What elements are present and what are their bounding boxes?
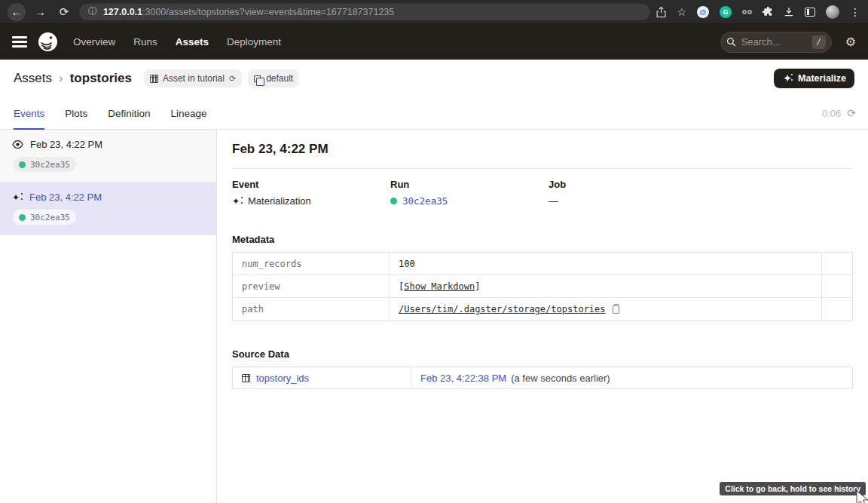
- browser-toolbar: ← → ⟳ ⓘ 127.0.0.1:3000/assets/topstories…: [0, 0, 868, 24]
- job-column-label: Job: [549, 179, 707, 190]
- settings-gear-icon[interactable]: ⚙: [845, 35, 856, 49]
- back-button-tooltip: Click to go back, hold to see history: [720, 482, 866, 495]
- event-timestamp: Feb 23, 4:22 PM: [29, 192, 102, 203]
- refresh-status: 0:06 ⟳: [822, 107, 856, 119]
- run-id-link[interactable]: 30c2ea35: [402, 195, 448, 207]
- grammarly-extension-icon[interactable]: G: [720, 6, 732, 18]
- extensions-puzzle-icon[interactable]: [763, 7, 773, 17]
- bookmark-star-icon[interactable]: ☆: [677, 6, 686, 18]
- tab-lineage[interactable]: Lineage: [171, 97, 207, 129]
- mouse-cursor: [854, 490, 868, 503]
- nav-item-runs[interactable]: Runs: [133, 36, 157, 48]
- tab-plots[interactable]: Plots: [65, 97, 87, 129]
- metadata-section-label: Metadata: [232, 234, 853, 245]
- divider: [232, 168, 853, 169]
- metadata-key: preview: [233, 275, 390, 297]
- event-list-sidebar: Feb 23, 4:22 PM 30c2ea35 ✦ Feb 23, 4:22 …: [0, 130, 217, 503]
- metadata-row-preview: preview [ Show Markdown ]: [233, 275, 852, 298]
- path-link[interactable]: /Users/tim/.dagster/storage/topstories: [399, 304, 606, 314]
- url-text: 127.0.0.1:3000/assets/topstories?view=ev…: [103, 7, 394, 17]
- metadata-key: num_records: [233, 253, 390, 275]
- breadcrumb-separator: ›: [59, 71, 63, 86]
- run-column-label: Run: [390, 179, 549, 190]
- asset-group-badge-label: Asset in tutorial: [163, 73, 225, 84]
- nav-item-assets[interactable]: Assets: [176, 36, 209, 48]
- tab-definition[interactable]: Definition: [108, 97, 150, 129]
- breadcrumb-asset-name: topstories: [70, 71, 132, 86]
- profile-avatar[interactable]: [826, 5, 839, 19]
- goggles-extension-icon[interactable]: [742, 10, 752, 14]
- asset-grid-icon: [150, 75, 158, 83]
- dagster-logo[interactable]: [38, 32, 58, 52]
- nav-item-overview[interactable]: Overview: [73, 36, 115, 48]
- bracket-close: ]: [475, 281, 480, 292]
- run-id-label: 30c2ea35: [30, 213, 70, 222]
- refresh-icon[interactable]: ⟳: [847, 107, 856, 119]
- search-shortcut-chip: /: [812, 35, 826, 49]
- breadcrumb-assets-link[interactable]: Assets: [14, 71, 52, 86]
- nav-item-deployment[interactable]: Deployment: [227, 36, 281, 48]
- observation-eye-icon: [12, 140, 23, 149]
- source-timestamp-note: (a few seconds earlier): [511, 373, 610, 384]
- materialization-sparkle-icon: ✦: [12, 193, 23, 202]
- asset-badges: Asset in tutorial ⟳ default: [144, 69, 299, 87]
- source-asset-link[interactable]: topstory_ids: [256, 373, 309, 384]
- share-icon[interactable]: [656, 7, 666, 17]
- materialize-button-label: Materialize: [798, 73, 846, 84]
- address-bar[interactable]: ⓘ 127.0.0.1:3000/assets/topstories?view=…: [79, 4, 651, 20]
- browser-forward-button[interactable]: →: [32, 3, 50, 21]
- asset-grid-icon: [242, 374, 250, 382]
- app-navbar: Overview Runs Assets Deployment Search..…: [0, 24, 868, 60]
- materialize-button[interactable]: ✦ Materialize: [774, 69, 854, 88]
- side-panel-icon[interactable]: [805, 8, 815, 17]
- run-id-label: 30c2ea35: [30, 160, 70, 170]
- show-markdown-link[interactable]: Show Markdown: [404, 281, 475, 292]
- event-list-item-observation[interactable]: Feb 23, 4:22 PM 30c2ea35: [0, 130, 216, 182]
- search-icon: [726, 37, 736, 47]
- extension-a-icon[interactable]: @: [697, 6, 709, 18]
- tab-events[interactable]: Events: [14, 97, 44, 129]
- search-placeholder: Search...: [741, 36, 807, 48]
- asset-group-badge[interactable]: Asset in tutorial ⟳: [144, 69, 242, 87]
- run-status-dot: [390, 198, 397, 204]
- event-detail-title: Feb 23, 4:22 PM: [232, 142, 853, 157]
- run-tag[interactable]: 30c2ea35: [13, 210, 76, 225]
- metadata-value: 100: [399, 259, 415, 269]
- copy-clipboard-icon[interactable]: [613, 305, 619, 314]
- primary-nav: Overview Runs Assets Deployment: [73, 36, 281, 48]
- refresh-countdown: 0:06: [822, 108, 841, 119]
- url-host: 127.0.0.1: [103, 7, 142, 17]
- source-timestamp-link[interactable]: Feb 23, 4:22:38 PM: [420, 373, 506, 384]
- event-summary: Event ✦ Materialization Run 30c2ea35 Job…: [232, 179, 853, 207]
- browser-reload-button[interactable]: ⟳: [55, 3, 73, 21]
- event-detail-panel: Feb 23, 4:22 PM Event ✦ Materialization …: [217, 130, 868, 503]
- source-data-section-label: Source Data: [232, 348, 853, 360]
- site-info-icon[interactable]: ⓘ: [88, 5, 97, 18]
- event-type-value: Materialization: [248, 195, 311, 207]
- event-list-item-materialization[interactable]: ✦ Feb 23, 4:22 PM 30c2ea35: [0, 182, 216, 235]
- run-tag[interactable]: 30c2ea35: [13, 157, 76, 172]
- download-icon[interactable]: [784, 7, 794, 17]
- browser-actions: ☆ @ G ⋮: [656, 5, 860, 19]
- default-group-badge-label: default: [266, 73, 293, 84]
- bracket-open: [: [399, 281, 404, 292]
- source-data-row: topstory_ids Feb 23, 4:22:38 PM (a few s…: [233, 367, 852, 388]
- default-group-badge[interactable]: default: [248, 69, 299, 87]
- browser-menu-icon[interactable]: ⋮: [850, 6, 860, 18]
- event-column-label: Event: [232, 179, 390, 190]
- menu-hamburger-icon[interactable]: [12, 36, 27, 48]
- materialize-sparkle-icon: ✦: [782, 74, 793, 83]
- asset-events-content: Feb 23, 4:22 PM 30c2ea35 ✦ Feb 23, 4:22 …: [0, 130, 868, 503]
- global-search-input[interactable]: Search... /: [720, 32, 832, 53]
- browser-back-button[interactable]: ←: [8, 3, 26, 21]
- run-status-dot: [19, 161, 26, 168]
- reload-definitions-icon[interactable]: ⟳: [229, 74, 236, 84]
- job-value: —: [549, 195, 558, 207]
- asset-tabs: Events Plots Definition Lineage 0:06 ⟳: [0, 97, 868, 130]
- metadata-key: path: [233, 298, 390, 321]
- source-data-table: topstory_ids Feb 23, 4:22:38 PM (a few s…: [232, 367, 853, 389]
- run-status-dot: [19, 214, 26, 221]
- event-timestamp: Feb 23, 4:22 PM: [30, 139, 102, 150]
- asset-page-header: Assets › topstories Asset in tutorial ⟳ …: [0, 60, 868, 97]
- layers-icon: [254, 75, 261, 82]
